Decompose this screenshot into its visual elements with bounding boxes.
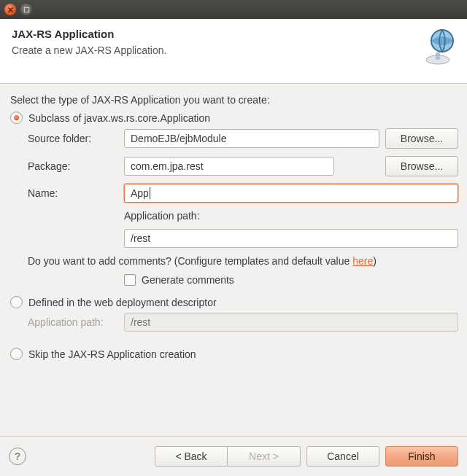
radio-icon — [10, 296, 23, 308]
webxml-app-path-label: Application path: — [28, 316, 118, 328]
svg-rect-4 — [436, 52, 440, 60]
configure-templates-link[interactable]: here — [352, 255, 373, 267]
jaxrs-wizard-icon — [417, 26, 458, 67]
help-icon[interactable]: ? — [9, 448, 26, 465]
text-caret-icon — [150, 187, 150, 199]
finish-button[interactable]: Finish — [385, 446, 458, 467]
wizard-footer: ? < Back Next > Cancel Finish — [0, 436, 467, 476]
wizard-body: Select the type of JAX-RS Application yo… — [0, 84, 467, 372]
source-folder-input[interactable] — [124, 129, 379, 148]
option-skip[interactable]: Skip the JAX-RS Application creation — [10, 348, 458, 360]
svg-rect-0 — [24, 7, 28, 12]
window-titlebar — [0, 0, 467, 19]
webxml-app-path-input — [124, 313, 458, 332]
option-webxml-label: Defined in the web deployment descriptor — [28, 297, 217, 308]
wizard-subtitle: Create a new JAX-RS Application. — [12, 44, 455, 56]
window-minimize-button[interactable] — [20, 4, 32, 15]
type-prompt: Select the type of JAX-RS Application yo… — [10, 94, 458, 106]
window-close-button[interactable] — [4, 4, 16, 15]
radio-icon — [10, 112, 23, 124]
radio-icon — [10, 348, 23, 360]
option-subclass-label: Subclass of javax.ws.rs.core.Application — [28, 112, 210, 124]
app-path-label: Application path: — [124, 210, 379, 222]
checkbox-icon — [124, 274, 136, 286]
comments-prompt: Do you want to add comments? (Configure … — [28, 255, 458, 267]
cancel-button[interactable]: Cancel — [306, 446, 379, 467]
generate-comments-option[interactable]: Generate comments — [124, 274, 458, 286]
wizard-header: JAX-RS Application Create a new JAX-RS A… — [0, 19, 467, 84]
app-path-input[interactable] — [124, 229, 458, 248]
package-label: Package: — [28, 160, 118, 172]
package-browse-button[interactable]: Browse... — [385, 156, 458, 176]
next-button: Next > — [228, 446, 301, 467]
source-folder-browse-button[interactable]: Browse... — [385, 128, 458, 149]
option-webxml[interactable]: Defined in the web deployment descriptor — [10, 296, 458, 308]
name-label: Name: — [28, 187, 118, 199]
back-button[interactable]: < Back — [155, 446, 228, 467]
generate-comments-label: Generate comments — [142, 274, 234, 286]
name-input[interactable]: App — [124, 184, 458, 203]
wizard-title: JAX-RS Application — [12, 28, 455, 40]
option-skip-label: Skip the JAX-RS Application creation — [28, 348, 196, 360]
source-folder-label: Source folder: — [28, 133, 118, 144]
option-subclass[interactable]: Subclass of javax.ws.rs.core.Application — [10, 112, 458, 124]
package-input[interactable] — [124, 157, 334, 176]
